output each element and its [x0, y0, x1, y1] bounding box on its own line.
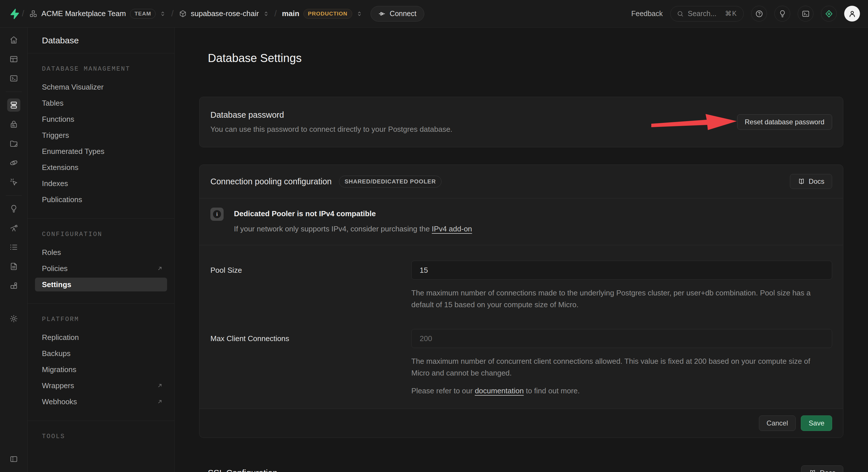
project-switcher-chevrons-icon[interactable] — [263, 11, 269, 17]
search-icon — [677, 10, 684, 17]
max-client-connections-control: The maximum number of concurrent client … — [411, 329, 832, 395]
sidebar-item-wrappers[interactable]: Wrappers — [35, 379, 167, 392]
section-header: DATABASE MANAGEMENT — [28, 65, 174, 72]
production-badge: PRODUCTION — [303, 9, 352, 19]
ipv4-alert-body: If your network only supports IPv4, cons… — [234, 225, 472, 233]
rail-home-icon[interactable] — [7, 33, 20, 47]
supabase-logo-icon[interactable] — [8, 7, 21, 20]
info-icon: i — [210, 208, 224, 221]
rail-storage-icon[interactable] — [7, 137, 20, 150]
ipv4-addon-link[interactable]: IPv4 add-on — [432, 225, 472, 233]
sidebar-section-platform: PLATFORM Replication Backups Migrations … — [28, 304, 174, 421]
max-client-connections-label: Max Client Connections — [210, 329, 411, 395]
sidebar-item-extensions[interactable]: Extensions — [35, 160, 167, 174]
sidebar-item-publications[interactable]: Publications — [35, 193, 167, 206]
documentation-note: Please refer to our documentation to fin… — [411, 386, 832, 395]
plug-icon — [378, 10, 386, 18]
rail-advisors-icon[interactable] — [7, 202, 20, 215]
breadcrumb-org[interactable]: ACME Marketplace Team TEAM — [29, 9, 166, 19]
rail-logs-icon[interactable] — [7, 241, 20, 254]
rail-divider — [6, 195, 22, 196]
pooling-docs-button[interactable]: Docs — [790, 174, 832, 189]
terminal-icon — [802, 10, 810, 18]
red-annotation-arrow — [651, 113, 737, 131]
book-icon — [809, 469, 816, 472]
rail-reports-icon[interactable] — [7, 222, 20, 235]
sidebar-item-replication[interactable]: Replication — [35, 330, 167, 344]
topbar: / ACME Marketplace Team TEAM / supabase-… — [0, 0, 868, 28]
sidebar-item-roles[interactable]: Roles — [35, 245, 167, 259]
feedback-button[interactable]: Feedback — [631, 9, 663, 18]
main-content: Database Settings Database password You … — [175, 28, 868, 472]
project-name: supabase-rose-chair — [191, 9, 259, 18]
page-title: Database Settings — [208, 52, 843, 65]
user-avatar[interactable] — [844, 6, 860, 22]
sidebar-item-triggers[interactable]: Triggers — [35, 128, 167, 142]
documentation-link[interactable]: documentation — [475, 386, 524, 395]
book-icon — [798, 178, 805, 185]
rail-collapse-sidebar-icon[interactable] — [7, 452, 20, 466]
user-icon — [848, 9, 857, 18]
max-client-connections-helper: The maximum number of concurrent client … — [411, 355, 830, 379]
project-box-icon — [179, 10, 187, 18]
connect-button[interactable]: Connect — [371, 6, 424, 22]
ai-diamond-icon — [825, 9, 833, 18]
sidebar-item-webhooks[interactable]: Webhooks — [35, 395, 167, 409]
sidebar-item-indexes[interactable]: Indexes — [35, 177, 167, 190]
password-card-description: You can use this password to connect dir… — [210, 125, 453, 134]
rail-database-icon[interactable] — [7, 98, 20, 112]
rail-auth-icon[interactable] — [7, 118, 20, 131]
rail-edge-functions-icon[interactable] — [7, 156, 20, 169]
rail-table-editor-icon[interactable] — [7, 53, 20, 66]
ai-assistant-button[interactable] — [821, 6, 837, 22]
rail-realtime-icon[interactable] — [7, 175, 20, 188]
breadcrumb: / ACME Marketplace Team TEAM / supabase-… — [22, 9, 363, 19]
org-switcher-chevrons-icon[interactable] — [160, 11, 166, 17]
organization-icon — [29, 10, 37, 18]
search-shortcut: ⌘K — [725, 10, 737, 18]
sidebar-item-functions[interactable]: Functions — [35, 112, 167, 126]
sidebar-item-settings[interactable]: Settings — [35, 277, 167, 291]
max-client-connections-input[interactable] — [411, 329, 832, 348]
hints-button[interactable] — [774, 6, 790, 22]
database-password-card: Database password You can use this passw… — [199, 97, 843, 147]
sidebar-item-enumerated-types[interactable]: Enumerated Types — [35, 144, 167, 158]
org-plan-badge: TEAM — [130, 9, 156, 19]
database-sidebar: Database DATABASE MANAGEMENT Schema Visu… — [28, 28, 175, 472]
command-console-button[interactable] — [798, 6, 813, 22]
pool-size-row: Pool Size The maximum number of connecti… — [210, 261, 832, 311]
section-header: CONFIGURATION — [28, 231, 174, 238]
breadcrumb-separator: / — [22, 9, 24, 19]
pool-size-input[interactable] — [411, 261, 832, 279]
password-card-text: Database password You can use this passw… — [210, 110, 453, 134]
sidebar-item-policies[interactable]: Policies — [35, 262, 167, 275]
help-icon — [755, 10, 763, 18]
sidebar-title: Database — [28, 28, 174, 53]
cancel-button[interactable]: Cancel — [759, 415, 796, 431]
sidebar-item-schema-visualizer[interactable]: Schema Visualizer — [35, 80, 167, 94]
section-header: PLATFORM — [28, 316, 174, 323]
sidebar-item-backups[interactable]: Backups — [35, 347, 167, 360]
save-button[interactable]: Save — [801, 415, 832, 431]
help-button[interactable] — [751, 6, 767, 22]
search-input[interactable]: Search... ⌘K — [670, 6, 744, 22]
branch-switcher-chevrons-icon[interactable] — [356, 11, 363, 17]
ssl-docs-button[interactable]: Docs — [801, 465, 843, 472]
sidebar-item-tables[interactable]: Tables — [35, 96, 167, 110]
sidebar-item-migrations[interactable]: Migrations — [35, 363, 167, 376]
pooling-card-title: Connection pooling configuration — [210, 177, 332, 186]
connection-pooling-card: Connection pooling configuration SHARED/… — [199, 165, 843, 438]
rail-api-docs-icon[interactable] — [7, 260, 20, 273]
breadcrumb-project[interactable]: supabase-rose-chair — [179, 9, 269, 18]
sidebar-section-tools: TOOLS — [28, 421, 174, 450]
breadcrumb-branch[interactable]: main PRODUCTION — [282, 9, 362, 19]
pooling-card-footer: Cancel Save — [199, 409, 843, 438]
pooling-card-header: Connection pooling configuration SHARED/… — [199, 165, 843, 198]
rail-sql-editor-icon[interactable] — [7, 72, 20, 85]
reset-database-password-button[interactable]: Reset database password — [737, 114, 832, 130]
pool-size-label: Pool Size — [210, 261, 411, 311]
sidebar-section-database-management: DATABASE MANAGEMENT Schema Visualizer Ta… — [28, 53, 174, 219]
rail-settings-icon[interactable] — [7, 312, 20, 325]
rail-integrations-icon[interactable] — [7, 279, 20, 292]
pool-size-control: The maximum number of connections made t… — [411, 261, 832, 311]
